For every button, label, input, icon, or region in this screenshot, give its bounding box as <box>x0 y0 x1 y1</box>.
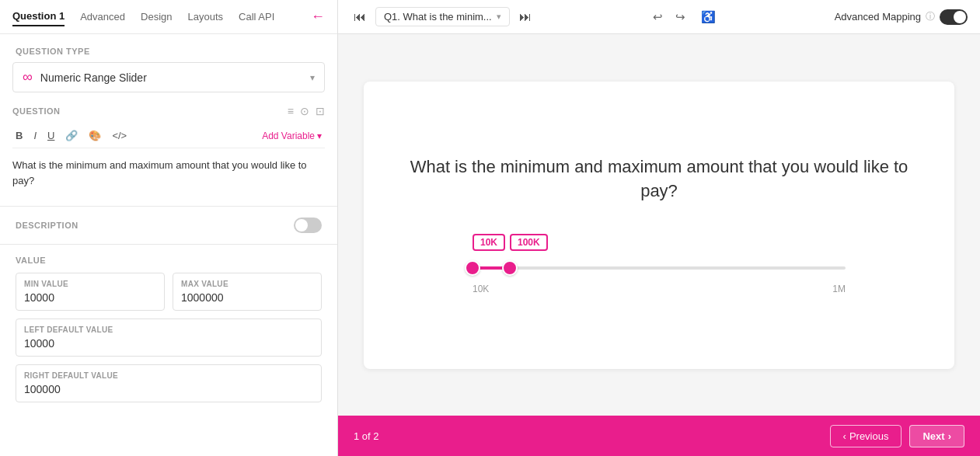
info-icon[interactable]: ⓘ <box>926 10 935 23</box>
page-counter: 1 of 2 <box>354 430 379 442</box>
camera-icon[interactable]: ⊙ <box>300 105 309 117</box>
slider-right-badge: 100K <box>510 234 548 251</box>
left-default-label: LEFT DEFAULT VALUE <box>24 325 313 334</box>
slider-container: 10K 100K 10K 1M <box>473 234 846 294</box>
left-panel: Question 1 Advanced Design Layouts Call … <box>0 0 338 456</box>
numeric-range-icon: ∞ <box>23 69 33 85</box>
tab-callapi[interactable]: Call API <box>239 8 274 26</box>
question-type-select[interactable]: ∞ Numeric Range Slider ▾ <box>12 62 325 92</box>
question-type-value: Numeric Range Slider <box>40 71 310 84</box>
slider-left-badge: 10K <box>473 234 505 251</box>
back-button[interactable]: ← <box>311 9 325 25</box>
add-variable-button[interactable]: Add Variable ▾ <box>259 129 325 143</box>
link-button[interactable]: 🔗 <box>62 128 81 143</box>
next-question-button[interactable]: ⏭ <box>516 7 535 27</box>
left-default-input[interactable]: 10000 <box>24 337 313 350</box>
right-topbar: ⏮ Q1. What is the minim... ▾ ⏭ ↩ ↪ ♿ Adv… <box>338 0 980 34</box>
slider-track <box>473 266 846 270</box>
question-editor: QUESTION ≡ ⊙ ⊡ B I U 🔗 🎨 </> Add Variabl… <box>0 105 337 207</box>
next-label: Next <box>922 430 944 442</box>
max-value-input[interactable]: 1000000 <box>181 291 313 304</box>
bottom-bar: 1 of 2 ‹ Previous Next › <box>338 416 980 456</box>
slider-track-wrapper[interactable] <box>473 259 846 277</box>
list-icon[interactable]: ≡ <box>288 105 294 117</box>
max-value-field[interactable]: MAX VALUE 1000000 <box>173 273 322 311</box>
prev-arrow-icon: ‹ <box>843 430 846 442</box>
previous-button[interactable]: ‹ Previous <box>830 425 902 447</box>
value-section-label: VALUE <box>16 256 322 265</box>
question-section-label: QUESTION <box>12 106 60 116</box>
min-value-input[interactable]: 10000 <box>24 291 156 304</box>
next-button[interactable]: Next › <box>909 425 964 447</box>
value-section: VALUE MIN VALUE 10000 MAX VALUE 1000000 … <box>0 245 337 421</box>
advanced-mapping-row: Advanced Mapping ⓘ <box>835 9 968 25</box>
min-value-field[interactable]: MIN VALUE 10000 <box>16 273 165 311</box>
nav-buttons: ‹ Previous Next › <box>830 425 964 447</box>
underline-button[interactable]: U <box>44 128 58 143</box>
question-selector-label: Q1. What is the minim... <box>384 11 492 23</box>
question-text[interactable]: What is the minimum and maximum amount t… <box>12 155 325 193</box>
preview-area: What is the minimum and maximum amount t… <box>338 34 980 416</box>
first-question-button[interactable]: ⏮ <box>350 7 369 27</box>
advanced-mapping-label: Advanced Mapping <box>835 11 921 23</box>
tab-design[interactable]: Design <box>141 8 172 26</box>
undo-button[interactable]: ↩ <box>648 7 668 27</box>
slider-min-label: 10K <box>473 284 489 294</box>
accessibility-button[interactable]: ♿ <box>696 7 720 27</box>
min-max-row: MIN VALUE 10000 MAX VALUE 1000000 <box>16 273 322 311</box>
paint-button[interactable]: 🎨 <box>85 128 104 143</box>
right-default-label: RIGHT DEFAULT VALUE <box>24 371 313 380</box>
max-value-label: MAX VALUE <box>181 280 313 288</box>
slider-max-label: 1M <box>832 284 846 294</box>
preview-card: What is the minimum and maximum amount t… <box>364 82 954 369</box>
tab-advanced[interactable]: Advanced <box>80 8 125 26</box>
question-type-label: QUESTION TYPE <box>0 34 337 62</box>
left-default-field[interactable]: LEFT DEFAULT VALUE 10000 <box>16 319 322 357</box>
code-button[interactable]: </> <box>109 128 130 143</box>
top-nav: Question 1 Advanced Design Layouts Call … <box>0 0 337 34</box>
slider-top-badges: 10K 100K <box>473 234 846 251</box>
question-selector[interactable]: Q1. What is the minim... ▾ <box>375 7 510 26</box>
selector-caret-icon: ▾ <box>497 12 501 22</box>
undo-redo-group: ↩ ↪ <box>648 7 690 27</box>
slider-range-labels: 10K 1M <box>473 284 846 294</box>
chevron-down-icon: ▾ <box>310 72 315 83</box>
previous-label: Previous <box>849 430 889 442</box>
right-default-input[interactable]: 100000 <box>24 383 313 395</box>
right-panel: ⏮ Q1. What is the minim... ▾ ⏭ ↩ ↪ ♿ Adv… <box>338 0 980 456</box>
bold-button[interactable]: B <box>12 128 26 143</box>
description-toggle[interactable] <box>294 218 322 233</box>
formatting-toolbar: B I U 🔗 🎨 </> Add Variable ▾ <box>12 124 325 148</box>
italic-button[interactable]: I <box>30 128 40 143</box>
expand-icon[interactable]: ⊡ <box>316 105 325 117</box>
question-header: QUESTION ≡ ⊙ ⊡ <box>12 105 325 117</box>
min-value-label: MIN VALUE <box>24 280 156 288</box>
redo-button[interactable]: ↪ <box>671 7 690 27</box>
tab-layouts[interactable]: Layouts <box>187 8 223 26</box>
description-row: DESCRIPTION <box>0 207 337 245</box>
right-default-field[interactable]: RIGHT DEFAULT VALUE 100000 <box>16 364 322 402</box>
tab-question1[interactable]: Question 1 <box>12 7 65 26</box>
next-arrow-icon: › <box>948 430 951 442</box>
advanced-mapping-toggle[interactable] <box>940 9 968 25</box>
slider-thumb-left[interactable] <box>465 260 480 276</box>
question-header-icons: ≡ ⊙ ⊡ <box>288 105 325 117</box>
slider-thumb-right[interactable] <box>502 260 518 276</box>
description-label: DESCRIPTION <box>16 221 78 230</box>
preview-question-text: What is the minimum and maximum amount t… <box>395 155 923 204</box>
